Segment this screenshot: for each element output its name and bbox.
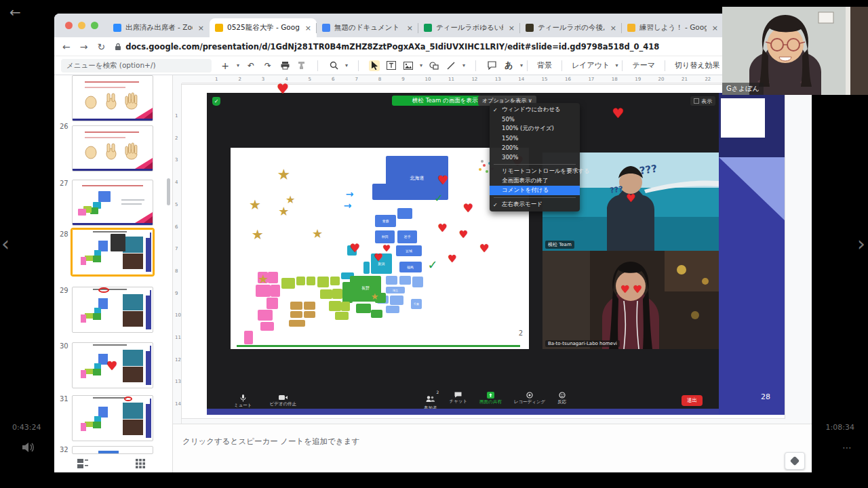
tab-close-icon[interactable]: × xyxy=(198,24,204,33)
browser-tab-3[interactable]: 無題のドキュメント - Goo× xyxy=(317,18,418,37)
prefecture-block xyxy=(386,276,398,285)
explore-button[interactable] xyxy=(785,452,805,470)
comment-icon[interactable] xyxy=(486,60,497,71)
slide-thumbnail-25[interactable] xyxy=(72,75,153,121)
volume-icon[interactable] xyxy=(22,442,35,455)
furigana-icon[interactable]: あ xyxy=(503,60,514,71)
filmstrip-scrollbar[interactable] xyxy=(167,178,170,205)
tab-close-icon[interactable]: × xyxy=(509,24,515,33)
menu-item[interactable]: リモートコントロールを要求する xyxy=(490,167,580,176)
tab-close-icon[interactable]: × xyxy=(305,24,311,33)
image-caret-icon[interactable]: ▾ xyxy=(420,62,422,68)
slide-thumbnail-28[interactable] xyxy=(72,229,153,275)
minimize-window-icon[interactable] xyxy=(78,22,85,29)
browser-tab-1[interactable]: 出席済み出席者 - Zoom× xyxy=(108,18,210,37)
mini-video-1 xyxy=(123,403,143,419)
window-controls[interactable] xyxy=(65,22,98,29)
slide-thumbnail-27[interactable] xyxy=(72,180,153,226)
leave-meeting-button[interactable]: 退出 xyxy=(682,395,703,406)
zoom-tool-icon[interactable] xyxy=(328,60,339,71)
webcam-name-label: Gさよぼん xyxy=(722,83,764,95)
browser-tab-5[interactable]: ティールラボの今後, Onlin× xyxy=(520,18,622,37)
browser-reload-icon[interactable]: ↻ xyxy=(97,41,105,52)
menu-item[interactable]: ✓ウィンドウに合わせる xyxy=(490,105,580,115)
player-next-button[interactable]: › xyxy=(857,232,865,256)
player-more-button[interactable]: ⋯ xyxy=(842,442,853,453)
speaker-notes-placeholder[interactable]: クリックするとスピーカー ノートを追加できます xyxy=(182,436,359,447)
slide-thumbnail-30[interactable]: ♥ xyxy=(72,342,153,388)
webcam-overlay[interactable]: Gさよぼん xyxy=(722,7,868,95)
prefecture-block xyxy=(256,285,271,297)
slide-thumbnail-32[interactable] xyxy=(72,446,153,454)
grid-view-icon[interactable] xyxy=(136,459,145,468)
player-prev-button[interactable]: ‹ xyxy=(1,232,9,256)
url-input[interactable]: docs.google.com/presentation/d/1GdNj281T… xyxy=(115,42,789,52)
mini-map-block xyxy=(98,191,111,202)
menu-item[interactable]: 100% (元のサイズ) xyxy=(490,124,580,134)
slide-thumbnail-31[interactable] xyxy=(72,395,153,441)
print-icon[interactable] xyxy=(279,60,290,71)
insert-image-icon[interactable] xyxy=(403,60,414,71)
paint-format-icon[interactable] xyxy=(296,60,307,71)
tab-close-icon[interactable]: × xyxy=(407,24,413,33)
ruler-tick: 1 xyxy=(175,113,178,119)
layout-caret-icon[interactable]: ▾ xyxy=(615,62,618,68)
insert-shape-icon[interactable] xyxy=(429,60,439,71)
menu-search-input[interactable]: メニューを検索 (option+/) xyxy=(61,59,212,73)
mute-button[interactable]: ミュート xyxy=(234,394,252,409)
text-box-icon[interactable] xyxy=(386,60,397,71)
transition-button[interactable]: 切り替え効果 xyxy=(669,60,726,70)
slide-thumbnail-26[interactable] xyxy=(72,125,153,171)
ruler-tick: 12 xyxy=(471,77,477,82)
close-window-icon[interactable] xyxy=(65,22,73,29)
filmstrip-view-icon[interactable] xyxy=(77,459,88,468)
player-back-button[interactable]: ← xyxy=(9,4,21,20)
view-button[interactable]: 表示 xyxy=(690,96,715,106)
select-cursor-icon[interactable] xyxy=(369,60,380,71)
stop-video-button[interactable]: ビデオの停止 xyxy=(269,394,296,409)
mini-video-1 xyxy=(123,350,143,366)
menu-item[interactable]: コメントを付ける xyxy=(490,186,580,195)
mini-screenshot-map xyxy=(78,403,120,435)
ruler-tick: 5 xyxy=(309,77,311,82)
url-text[interactable]: docs.google.com/presentation/d/1GdNj281T… xyxy=(125,42,659,52)
prefecture-block-福島: 福島 xyxy=(399,262,422,272)
ruler-tick: 18 xyxy=(612,77,618,82)
browser-tab-2[interactable]: 0525龍谷大学 - Google ス× xyxy=(210,18,317,37)
speaker-notes-panel[interactable]: クリックするとスピーカー ノートを追加できます xyxy=(173,424,812,472)
menu-item[interactable]: 全画面表示の終了 xyxy=(490,176,580,186)
tab-close-icon[interactable]: × xyxy=(712,24,718,33)
insert-line-icon[interactable] xyxy=(446,60,456,71)
menu-item[interactable]: 150% xyxy=(490,134,580,143)
browser-back-icon[interactable]: ← xyxy=(62,41,71,52)
menu-item[interactable]: 300% xyxy=(490,152,580,162)
participant-video-2[interactable]: Ba-to-tsunagari-Labo homevi xyxy=(542,251,719,349)
menu-item[interactable]: ✓左右表示モード xyxy=(490,200,580,209)
browser-tab-4[interactable]: ティールラボゆるい線表 -× xyxy=(418,18,520,37)
redo-icon[interactable]: ↷ xyxy=(262,60,273,71)
ruler-tick: 3 xyxy=(262,77,264,82)
theme-button[interactable]: テーマ xyxy=(627,60,660,70)
current-slide[interactable]: ✓ 横松 Team の画面を表示しています オプションを表示 ∨ 表示 北海道青… xyxy=(182,85,785,418)
prefecture-block xyxy=(397,208,412,219)
record-icon xyxy=(526,392,533,399)
mini-video-2 xyxy=(123,253,143,269)
zoom-caret-icon[interactable]: ▾ xyxy=(345,62,348,68)
tab-close-icon[interactable]: × xyxy=(610,24,616,33)
undo-icon[interactable]: ↶ xyxy=(245,60,256,71)
ruler-tick: 19 xyxy=(635,77,641,82)
zoom-screenshot-image[interactable]: ✓ 横松 Team の画面を表示しています オプションを表示 ∨ 表示 北海道青… xyxy=(207,93,719,415)
layout-button[interactable]: レイアウト xyxy=(566,60,615,70)
tab-title: 練習しよう！ - Google xyxy=(639,23,707,33)
line-caret-icon[interactable]: ▾ xyxy=(462,62,465,68)
slide-thumbnail-29[interactable] xyxy=(72,287,153,333)
background-button[interactable]: 背景 xyxy=(532,60,557,70)
menu-item[interactable]: 200% xyxy=(490,143,580,152)
new-slide-caret-icon[interactable]: ▾ xyxy=(237,62,239,68)
browser-tab-6[interactable]: 練習しよう！ - Google× xyxy=(622,18,724,37)
maximize-window-icon[interactable] xyxy=(91,22,98,29)
menu-item[interactable]: 50% xyxy=(490,115,580,124)
furigana-caret-icon[interactable]: ▾ xyxy=(520,62,523,68)
browser-forward-icon[interactable]: → xyxy=(80,41,88,52)
new-slide-button[interactable]: + xyxy=(220,60,231,71)
